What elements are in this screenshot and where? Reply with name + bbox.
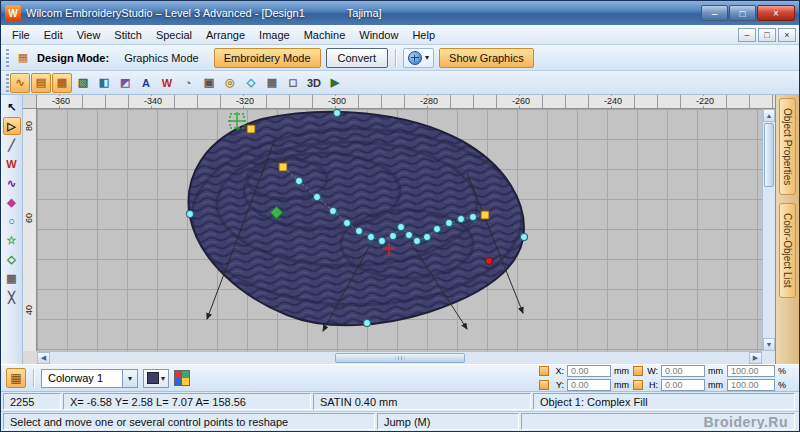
stitch-icons: ∿▤▦▧◧◩AW◔▣◎◇▦◻3D▶	[10, 73, 345, 93]
current-color-button[interactable]: ▾	[143, 369, 169, 388]
toolbar-grip[interactable]	[6, 49, 9, 67]
menu-arrange[interactable]: Arrange	[199, 27, 252, 43]
hruler-label: -280	[418, 96, 440, 106]
stitch-player-icon[interactable]: ▶	[325, 73, 345, 93]
menu-stitch[interactable]: Stitch	[107, 27, 149, 43]
horizontal-scrollbar[interactable]: ◀ ▶	[23, 351, 775, 364]
vertical-scrollbar[interactable]: ▲ ▼	[762, 109, 775, 351]
menu-help[interactable]: Help	[405, 27, 442, 43]
y-label: Y:	[552, 380, 564, 390]
width-input[interactable]: 0.00	[661, 365, 705, 377]
design-canvas[interactable]	[37, 109, 762, 351]
x-input[interactable]: 0.00	[567, 365, 611, 377]
scroll-up-icon[interactable]: ▲	[763, 109, 775, 122]
contour-fill-icon[interactable]: ◧	[94, 73, 114, 93]
scroll-right-icon[interactable]: ▶	[749, 352, 762, 364]
scroll-left-icon[interactable]: ◀	[37, 352, 50, 364]
reshape-tool[interactable]: ▷	[3, 117, 21, 135]
hruler-label: -340	[142, 96, 164, 106]
menu-bar: FileEditViewStitchSpecialArrangeImageMac…	[1, 25, 799, 45]
measure-tool[interactable]: ╱	[3, 136, 21, 154]
menu-window[interactable]: Window	[352, 27, 405, 43]
monogram-icon[interactable]: W	[157, 73, 177, 93]
colorway-select[interactable]: Colorway 1 ▾	[41, 369, 138, 388]
menu-image[interactable]: Image	[252, 27, 297, 43]
design-mode-label: Design Mode:	[37, 52, 109, 64]
design-svg	[37, 109, 762, 351]
hoop-globe-button[interactable]: ▾	[403, 48, 434, 68]
start-point-crosshair	[228, 112, 246, 130]
current-color-swatch	[147, 372, 159, 384]
mdi-minimize-button[interactable]: –	[738, 28, 756, 42]
3d-view-icon[interactable]: 3D	[304, 73, 324, 93]
run-digitize-tool[interactable]: ∿	[3, 174, 21, 192]
menu-edit[interactable]: Edit	[37, 27, 70, 43]
run-stitch-icon[interactable]: ∿	[10, 73, 30, 93]
lettering-icon[interactable]: A	[136, 73, 156, 93]
scale-x-input[interactable]: 100.00	[727, 365, 775, 377]
color-palette-icon[interactable]	[174, 370, 190, 386]
convert-button[interactable]: Convert	[326, 48, 389, 68]
workspace: ↖▷╱W∿◆○☆◇▦╳ -360-340-320-300-280-260-240…	[1, 95, 799, 364]
chevron-down-icon[interactable]: ▾	[122, 370, 137, 387]
scrollbar-spacer	[23, 351, 37, 364]
horizontal-ruler: -360-340-320-300-280-260-240-220	[23, 95, 775, 109]
hruler-label: -220	[694, 96, 716, 106]
selected-object-status: Object 1: Complex Fill	[533, 393, 795, 410]
show-graphics-button[interactable]: Show Graphics	[439, 48, 534, 68]
knife-tool[interactable]: ╳	[3, 288, 21, 306]
stitch-mark-point[interactable]	[486, 258, 493, 265]
photo-flash-icon[interactable]: ▣	[199, 73, 219, 93]
tatami-fill-icon[interactable]: ▦	[52, 73, 72, 93]
bling-icon[interactable]: ◇	[241, 73, 261, 93]
satin-stitch-icon[interactable]: ▤	[31, 73, 51, 93]
mdi-restore-button[interactable]: □	[758, 28, 776, 42]
horizontal-scroll-thumb[interactable]	[335, 353, 465, 363]
window-title-format: Tajima]	[347, 7, 382, 19]
sequin-icon[interactable]: ◎	[220, 73, 240, 93]
embroidery-mode-button[interactable]: Embroidery Mode	[214, 48, 321, 68]
menu-special[interactable]: Special	[149, 27, 199, 43]
colorway-selected-value: Colorway 1	[42, 372, 122, 384]
close-button[interactable]: ×	[757, 5, 795, 21]
menu-machine[interactable]: Machine	[297, 27, 353, 43]
menu-file[interactable]: File	[5, 27, 37, 43]
stitch-toolbox-icon[interactable]: ▦	[14, 49, 32, 67]
grid-toggle-icon[interactable]: ▦	[262, 73, 282, 93]
color-toolbar: ▦ Colorway 1 ▾ ▾ X: 0.00 mm W: 0.00 mm 1…	[1, 364, 799, 392]
toolbar-grip[interactable]	[6, 74, 9, 92]
tab-object-properties[interactable]: Object Properties	[779, 98, 796, 195]
position-icon	[539, 380, 549, 390]
x-label: X:	[552, 366, 564, 376]
pattern-stamp-tool[interactable]: ▦	[3, 269, 21, 287]
star-tool[interactable]: ☆	[3, 231, 21, 249]
ruler-corner	[23, 95, 37, 108]
hruler-label: -260	[510, 96, 532, 106]
select-tool[interactable]: ↖	[3, 98, 21, 116]
minimize-button[interactable]: –	[701, 5, 728, 21]
scale-y-input[interactable]: 100.00	[727, 379, 775, 391]
tab-color-object-list[interactable]: Color-Object List	[779, 203, 796, 297]
ellipse-tool[interactable]: ○	[3, 212, 21, 230]
colorway-editor-icon[interactable]: ▦	[6, 368, 26, 388]
maximize-button[interactable]: □	[729, 5, 756, 21]
scale-x-unit: %	[778, 366, 794, 376]
motif-fill-icon[interactable]: ▧	[73, 73, 93, 93]
y-input[interactable]: 0.00	[567, 379, 611, 391]
hint-text: Select and move one or several control p…	[3, 413, 375, 430]
scroll-down-icon[interactable]: ▼	[763, 338, 775, 351]
lettering-tool[interactable]: W	[3, 155, 21, 173]
polygon-tool[interactable]: ◇	[3, 250, 21, 268]
menu-view[interactable]: View	[70, 27, 108, 43]
fancy-fill-icon[interactable]: ◩	[115, 73, 135, 93]
graphics-mode-button[interactable]: Graphics Mode	[114, 48, 209, 68]
vruler-label: 40	[24, 303, 34, 317]
h-unit: mm	[708, 380, 724, 390]
size-icon	[633, 380, 643, 390]
mdi-close-button[interactable]: ×	[778, 28, 796, 42]
applique-icon[interactable]: ◔	[178, 73, 198, 93]
height-input[interactable]: 0.00	[661, 379, 705, 391]
hoop-toggle-icon[interactable]: ◻	[283, 73, 303, 93]
vertical-scroll-thumb[interactable]	[764, 123, 774, 187]
fill-digitize-tool[interactable]: ◆	[3, 193, 21, 211]
